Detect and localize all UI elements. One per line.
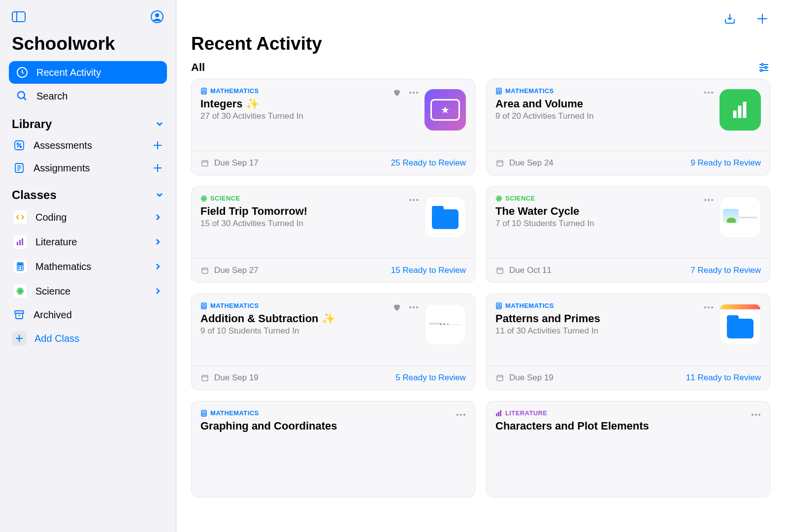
svg-point-105 [708, 306, 710, 308]
svg-point-52 [416, 92, 418, 94]
library-section-header[interactable]: Library [9, 108, 167, 134]
heart-icon[interactable] [392, 88, 402, 98]
ready-to-review-link[interactable]: 7 Ready to Review [690, 266, 761, 275]
library-item-assignments[interactable]: Assignments [9, 157, 167, 179]
svg-point-26 [19, 268, 20, 269]
calendar-icon [200, 373, 209, 382]
subject-tag: LITERATURE [495, 409, 547, 417]
ready-to-review-link[interactable]: 25 Ready to Review [391, 158, 466, 168]
ready-to-review-link[interactable]: 15 Ready to Review [391, 266, 466, 275]
svg-point-100 [497, 305, 498, 306]
chevron-right-icon [151, 211, 164, 224]
more-options-icon[interactable] [751, 410, 761, 420]
filter-settings-icon[interactable] [757, 61, 770, 74]
subject-tag: MATHEMATICS [495, 87, 554, 95]
card-body: LITERATURE Characters and Plot Elements [487, 401, 770, 497]
svg-point-41 [765, 66, 767, 68]
sidebar-topbar [9, 9, 167, 25]
subject-tag: MATHEMATICS [495, 302, 554, 309]
more-options-icon[interactable] [456, 410, 466, 420]
subject-icon [495, 410, 502, 417]
subject-tag: MATHEMATICS [200, 302, 259, 309]
filter-label[interactable]: All [191, 61, 205, 74]
card-body: SCIENCE Field Trip Tomorrow! 15 of 30 Ac… [192, 187, 475, 258]
svg-point-69 [203, 198, 204, 199]
add-class-button[interactable]: Add Class [9, 326, 167, 351]
classes-section-header[interactable]: Classes [9, 179, 167, 205]
svg-point-60 [499, 92, 500, 93]
due-date: Due Sep 19 [200, 373, 259, 383]
subject-icon [200, 88, 207, 95]
activity-card[interactable]: MATHEMATICS Patterns and Primes 11 of 30… [486, 294, 770, 390]
thumbnail-icon [720, 304, 761, 345]
ready-to-review-link[interactable]: 11 Ready to Review [686, 373, 761, 383]
due-date: Due Sep 24 [495, 158, 554, 168]
card-title: Field Trip Tomorrow! [200, 205, 419, 218]
add-assignment-button[interactable] [151, 162, 164, 174]
download-button[interactable] [722, 11, 738, 27]
svg-point-58 [499, 91, 500, 92]
activity-card[interactable]: LITERATURE Characters and Plot Elements [486, 401, 770, 498]
library-item-assessments[interactable]: Assessments [9, 134, 167, 157]
cards-grid: MATHEMATICS Integers ✨ 27 of 30 Activiti… [176, 79, 785, 512]
due-text: Due Oct 11 [509, 266, 552, 275]
activity-card[interactable]: MATHEMATICS Graphing and Coordinates [191, 401, 475, 498]
activity-card[interactable]: MATHEMATICS Addition & Subtraction ✨ 9 o… [191, 294, 475, 390]
class-item-archived[interactable]: Archived [9, 303, 167, 326]
class-item-literature[interactable]: Literature [9, 230, 167, 254]
activity-card[interactable]: SCIENCE Field Trip Tomorrow! 15 of 30 Ac… [191, 186, 475, 283]
main-topbar [176, 0, 785, 29]
more-options-icon[interactable] [409, 195, 419, 205]
svg-point-106 [711, 306, 713, 308]
svg-point-94 [413, 306, 415, 308]
due-text: Due Sep 17 [214, 158, 259, 168]
sidebar-item-search[interactable]: Search [9, 85, 167, 107]
svg-point-43 [760, 69, 762, 71]
svg-point-90 [204, 305, 205, 306]
svg-point-61 [704, 92, 706, 94]
card-actions [751, 410, 761, 420]
app-title: Schoolwork [9, 33, 167, 61]
subject-label: SCIENCE [210, 195, 240, 202]
more-options-icon[interactable] [704, 88, 714, 98]
svg-rect-67 [497, 161, 503, 166]
heart-icon[interactable] [392, 302, 402, 312]
sidebar-item-recent-activity[interactable]: Recent Activity [9, 61, 167, 84]
activity-card[interactable]: MATHEMATICS Integers ✨ 27 of 30 Activiti… [191, 79, 475, 175]
class-item-coding[interactable]: Coding [9, 205, 167, 230]
calc-icon [13, 259, 28, 274]
more-options-icon[interactable] [409, 302, 419, 312]
ready-to-review-link[interactable]: 5 Ready to Review [395, 373, 466, 383]
class-item-mathematics[interactable]: Mathematics [9, 254, 167, 279]
card-title: Characters and Plot Elements [495, 420, 761, 432]
activity-card[interactable]: SCIENCE The Water Cycle 7 of 10 Students… [486, 186, 770, 283]
more-options-icon[interactable] [704, 195, 714, 205]
svg-point-57 [497, 91, 498, 92]
due-date: Due Sep 27 [200, 266, 259, 275]
profile-icon[interactable] [149, 9, 165, 25]
sidebar: Schoolwork Recent Activity Search Librar… [0, 0, 176, 532]
card-subtitle: 11 of 30 Activities Turned In [495, 326, 714, 336]
library-item-label: Assignments [33, 163, 90, 174]
more-options-icon[interactable] [409, 88, 419, 98]
sidebar-toggle-icon[interactable] [11, 9, 27, 25]
more-options-icon[interactable] [704, 302, 714, 312]
due-date: Due Sep 17 [200, 158, 259, 168]
activity-card[interactable]: MATHEMATICS Area and Volume 9 of 20 Acti… [486, 79, 770, 175]
card-actions [704, 88, 714, 98]
svg-rect-20 [19, 240, 21, 245]
subject-icon [200, 195, 207, 202]
due-text: Due Sep 19 [509, 373, 554, 383]
document-icon [13, 162, 26, 174]
ready-to-review-link[interactable]: 9 Ready to Review [690, 158, 761, 168]
class-item-science[interactable]: Science [9, 279, 167, 303]
due-text: Due Sep 19 [214, 373, 259, 383]
add-assessment-button[interactable] [151, 139, 164, 152]
subject-tag: SCIENCE [495, 195, 535, 202]
add-button[interactable] [754, 11, 770, 27]
calendar-icon [495, 373, 504, 382]
clock-icon [16, 66, 29, 79]
card-title: The Water Cycle [495, 205, 714, 218]
percent-icon [13, 139, 26, 152]
svg-point-117 [463, 414, 465, 416]
